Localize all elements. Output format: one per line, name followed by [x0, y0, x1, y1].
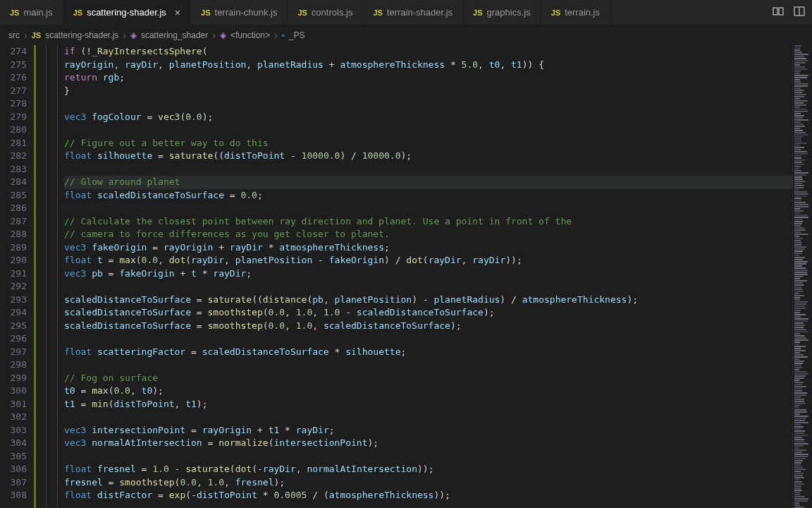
- code-line[interactable]: [64, 97, 792, 111]
- code-line[interactable]: [64, 123, 792, 137]
- code-line[interactable]: return rgb;: [64, 71, 792, 85]
- line-number: 304: [0, 437, 27, 450]
- tab-scattering-shader-js[interactable]: JSscattering-shader.js×: [63, 0, 191, 25]
- tab-actions: [765, 0, 812, 25]
- line-number: 300: [0, 385, 27, 398]
- code-line[interactable]: // Figure out a better way to do this: [64, 137, 792, 150]
- js-icon: JS: [201, 8, 210, 17]
- tab-controls-js[interactable]: JScontrols.js: [288, 0, 363, 25]
- editor[interactable]: 2742752762772782792802812822832842852862…: [0, 45, 812, 508]
- code-line[interactable]: float distFactor = exp(-distToPoint * 0.…: [64, 489, 792, 502]
- line-number: 289: [0, 241, 27, 255]
- code-line[interactable]: [64, 332, 792, 346]
- code-line[interactable]: t0 = max(0.0, t0);: [64, 385, 792, 398]
- tab-main-js[interactable]: JSmain.js: [0, 0, 63, 25]
- line-number: 285: [0, 189, 27, 202]
- fold-strip: [36, 45, 64, 508]
- js-icon: JS: [297, 8, 307, 17]
- minimap[interactable]: [792, 45, 812, 508]
- line-number: 298: [0, 358, 27, 372]
- tab-graphics-js[interactable]: JSgraphics.js: [463, 0, 541, 25]
- compare-icon[interactable]: [773, 6, 784, 19]
- chevron-right-icon: ›: [212, 30, 216, 41]
- line-number: 275: [0, 59, 27, 72]
- tab-terrain-js[interactable]: JSterrain.js: [541, 0, 610, 25]
- code-line[interactable]: vec3 intersectionPoint = rayOrigin + t1 …: [64, 424, 792, 437]
- tab-label: terrain-chunk.js: [215, 7, 278, 18]
- tab-label: terrain-shader.js: [387, 7, 453, 18]
- line-number: 296: [0, 332, 27, 346]
- code-line[interactable]: scaledDistanceToSurface = saturate((dist…: [64, 294, 792, 307]
- chevron-right-icon: ›: [24, 30, 27, 41]
- line-number: 305: [0, 450, 27, 464]
- code-line[interactable]: if (!_RayIntersectsSphere(: [64, 45, 792, 59]
- line-number: 293: [0, 294, 27, 307]
- line-number: 277: [0, 85, 27, 98]
- code-line[interactable]: fresnel = smoothstep(0.0, 1.0, fresnel);: [64, 476, 792, 490]
- code-line[interactable]: // Fog on surface: [64, 372, 792, 385]
- tab-label: controls.js: [312, 7, 353, 18]
- code-line[interactable]: float scaledDistanceToSurface = 0.0;: [64, 189, 792, 202]
- minimap-content: [794, 45, 811, 508]
- code-line[interactable]: vec3 normalAtIntersection = normalize(in…: [64, 437, 792, 450]
- line-number: 291: [0, 267, 27, 281]
- code-line[interactable]: vec3 fakeOrigin = rayOrigin + rayDir * a…: [64, 241, 792, 255]
- chevron-right-icon: ›: [123, 30, 126, 41]
- close-icon[interactable]: ×: [175, 7, 180, 18]
- code-line[interactable]: scaledDistanceToSurface = smoothstep(0.0…: [64, 320, 792, 333]
- code-line[interactable]: // Glow around planet: [64, 176, 792, 189]
- js-icon: JS: [473, 8, 482, 17]
- js-icon: JS: [32, 31, 41, 40]
- line-number: 302: [0, 411, 27, 424]
- code-line[interactable]: [64, 202, 792, 215]
- breadcrumb-symbol[interactable]: scattering_shader: [141, 30, 208, 40]
- code-line[interactable]: // camera to force differences as you ge…: [64, 228, 792, 241]
- line-number: 276: [0, 71, 27, 85]
- code-area[interactable]: if (!_RayIntersectsSphere(rayOrigin, ray…: [64, 45, 792, 508]
- tab-bar: JSmain.jsJSscattering-shader.js×JSterrai…: [0, 0, 812, 25]
- code-line[interactable]: [64, 163, 792, 176]
- breadcrumb-symbol[interactable]: <function>: [230, 30, 270, 40]
- line-number: 306: [0, 463, 27, 476]
- code-line[interactable]: vec3 pb = fakeOrigin + t * rayDir;: [64, 267, 792, 281]
- line-number: 283: [0, 163, 27, 176]
- split-icon[interactable]: [794, 6, 805, 19]
- code-line[interactable]: [64, 280, 792, 294]
- line-number: 286: [0, 202, 27, 215]
- code-line[interactable]: rayOrigin, rayDir, planetPosition, plane…: [64, 59, 792, 72]
- code-line[interactable]: [64, 411, 792, 424]
- tab-terrain-shader-js[interactable]: JSterrain-shader.js: [363, 0, 463, 25]
- line-number: 294: [0, 306, 27, 320]
- code-line[interactable]: float scatteringFactor = scaledDistanceT…: [64, 346, 792, 359]
- tab-label: scattering-shader.js: [87, 7, 166, 18]
- js-icon: JS: [73, 8, 82, 17]
- code-line[interactable]: }: [64, 85, 792, 98]
- code-line[interactable]: scaledDistanceToSurface = smoothstep(0.0…: [64, 306, 792, 320]
- line-number: 307: [0, 476, 27, 490]
- code-line[interactable]: // Calculate the closest point between r…: [64, 215, 792, 229]
- line-number: 290: [0, 254, 27, 267]
- code-line[interactable]: float t = max(0.0, dot(rayDir, planetPos…: [64, 254, 792, 267]
- breadcrumb-symbol[interactable]: _PS: [289, 30, 305, 40]
- code-line[interactable]: t1 = min(distToPoint, t1);: [64, 398, 792, 411]
- breadcrumb[interactable]: src › JS scattering-shader.js › ◈ scatte…: [0, 25, 812, 45]
- line-number: 284: [0, 176, 27, 189]
- breadcrumb-folder[interactable]: src: [8, 30, 20, 40]
- line-number: 295: [0, 320, 27, 333]
- svg-rect-0: [773, 8, 777, 15]
- code-line[interactable]: [64, 358, 792, 372]
- code-line[interactable]: [64, 450, 792, 464]
- code-line[interactable]: vec3 fogColour = vec3(0.0);: [64, 111, 792, 124]
- line-number: 297: [0, 346, 27, 359]
- line-number: 301: [0, 398, 27, 411]
- tab-terrain-chunk-js[interactable]: JSterrain-chunk.js: [191, 0, 288, 25]
- tab-label: graphics.js: [487, 7, 531, 18]
- line-number: 280: [0, 123, 27, 137]
- code-line[interactable]: float fresnel = 1.0 - saturate(dot(-rayD…: [64, 463, 792, 476]
- symbol-icon: ◈: [130, 30, 137, 40]
- breadcrumb-file[interactable]: scattering-shader.js: [45, 30, 118, 40]
- tab-label: terrain.js: [565, 7, 600, 18]
- code-line[interactable]: float silhouette = saturate((distToPoint…: [64, 150, 792, 163]
- line-gutter: 2742752762772782792802812822832842852862…: [0, 45, 34, 508]
- line-number: 303: [0, 424, 27, 437]
